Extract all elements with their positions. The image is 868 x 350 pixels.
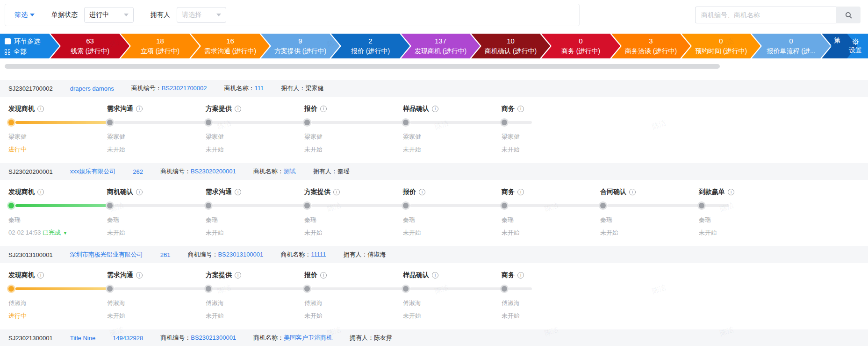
info-icon[interactable]: i: [728, 189, 734, 195]
info-icon[interactable]: i: [37, 189, 44, 195]
info-icon[interactable]: i: [517, 106, 524, 112]
code-label: 商机编号：: [160, 334, 191, 341]
name-link[interactable]: 11111: [311, 251, 326, 258]
chevron-down-icon[interactable]: ▼: [63, 231, 67, 236]
info-icon[interactable]: i: [432, 272, 438, 279]
info-icon[interactable]: i: [37, 106, 44, 112]
stage-progress-track: [304, 285, 403, 293]
info-icon[interactable]: i: [320, 106, 327, 112]
stage-title-text: 商务: [502, 188, 515, 196]
info-icon[interactable]: i: [235, 106, 241, 112]
code-field: 商机编号：BS23021700002: [131, 84, 207, 93]
stage-column: 商务i秦瑶未开始: [502, 188, 600, 246]
stage-title: 报价i: [304, 105, 403, 113]
stage-status: 进行中: [8, 145, 107, 154]
stage-title-text: 商机确认: [107, 188, 133, 196]
owner-label: 拥有人：: [281, 85, 305, 92]
funnel-stage-label: 商机确认 (进行中): [471, 46, 550, 56]
grid-icon: [5, 49, 10, 55]
stage-progress-dot: [403, 120, 409, 125]
owner-field: 拥有人：梁家健: [281, 84, 323, 93]
name-link[interactable]: 美国客户卫浴商机: [284, 334, 332, 341]
funnel-stage-count: 137: [401, 36, 480, 46]
company-link[interactable]: drapers damons: [70, 85, 114, 92]
row-id: SJ23013100001: [8, 251, 53, 258]
funnel-stage-count: 3: [611, 36, 690, 46]
multiselect-checkbox[interactable]: [5, 38, 11, 44]
stage-title: 方案提供i: [304, 188, 403, 196]
info-icon[interactable]: i: [333, 189, 340, 195]
search-button[interactable]: [836, 7, 861, 23]
code-link[interactable]: BS23020200001: [191, 168, 236, 175]
funnel-settings-button[interactable]: 设置: [843, 34, 868, 58]
funnel-stage-5[interactable]: 2报价 (进行中): [331, 34, 410, 58]
funnel-stage-3[interactable]: 16需求沟通 (进行中): [191, 34, 270, 58]
stage-progress-line: [410, 204, 502, 207]
code-link[interactable]: BS23021300001: [191, 334, 236, 341]
owner-label: 拥有人：: [344, 251, 368, 258]
funnel-stage-count: 10: [471, 36, 550, 46]
stage-column: 发现商机i傅淑海进行中: [8, 271, 107, 329]
info-icon[interactable]: i: [235, 189, 241, 195]
stage-progress-dot: [304, 120, 310, 125]
filter-toggle[interactable]: 筛选: [14, 11, 35, 19]
owner-label: 拥有人: [151, 11, 170, 19]
info-icon[interactable]: i: [136, 189, 143, 195]
info-icon[interactable]: i: [629, 189, 636, 195]
funnel-stage-2[interactable]: 18立项 (进行中): [121, 34, 200, 58]
name-link[interactable]: 111: [255, 85, 264, 92]
stage-status: 未开始: [502, 229, 600, 237]
code-link[interactable]: BS23013100001: [218, 251, 263, 258]
stage-owner: 秦瑶: [502, 216, 600, 224]
stage-progress-track: [403, 285, 502, 293]
funnel-stage-label: 商务 (进行中): [541, 46, 620, 56]
stage-owner: 傅淑海: [107, 299, 206, 307]
stage-status: 未开始: [403, 145, 502, 154]
info-icon[interactable]: i: [37, 272, 44, 279]
company-number-link[interactable]: 261: [160, 251, 171, 258]
stage-progress-track: [107, 201, 206, 210]
opportunity-header: SJ23021700002drapers damons商机编号：BS230217…: [0, 80, 868, 97]
stage-title-text: 到款赢单: [699, 188, 725, 196]
info-icon[interactable]: i: [517, 189, 524, 195]
stage-title-text: 发现商机: [8, 105, 35, 113]
funnel-stage-7[interactable]: 10商机确认 (进行中): [471, 34, 550, 58]
funnel-multiselect-block[interactable]: 环节多选 全部: [0, 34, 59, 58]
funnel-stage-8[interactable]: 0商务 (进行中): [541, 34, 620, 58]
info-icon[interactable]: i: [320, 272, 327, 279]
info-icon[interactable]: i: [517, 272, 524, 279]
stage-title: 报价i: [403, 188, 502, 196]
horizontal-scrollbar[interactable]: [5, 64, 720, 69]
name-link[interactable]: 测试: [284, 168, 296, 175]
stage-status-text: 未开始: [600, 229, 618, 236]
info-icon[interactable]: i: [136, 106, 143, 112]
stage-column: 方案提供i梁家健未开始: [206, 105, 304, 163]
stage-column: 报价i梁家健未开始: [304, 105, 403, 163]
company-link[interactable]: 深圳市南极光铝业有限公司: [70, 250, 143, 259]
funnel-stage-label: 报价单流程 (进...: [752, 46, 831, 56]
search-icon: [845, 11, 853, 19]
code-link[interactable]: BS23021700002: [162, 85, 207, 92]
doc-status-select[interactable]: 进行中: [84, 7, 134, 23]
info-icon[interactable]: i: [136, 272, 143, 279]
company-number-link[interactable]: 149432928: [113, 335, 143, 342]
company-link[interactable]: Title Nine: [70, 335, 95, 342]
funnel-stage-9[interactable]: 3商务洽谈 (进行中): [611, 34, 690, 58]
funnel-stage-1[interactable]: 63线索 (进行中): [50, 34, 129, 58]
stage-grid: 发现商机i梁家健进行中需求沟通i梁家健未开始方案提供i梁家健未开始报价i梁家健未…: [0, 97, 868, 163]
stage-progress-dot: [8, 203, 14, 208]
stage-column: 需求沟通i秦瑶未开始: [206, 188, 304, 246]
stage-column: 样品确认i傅淑海未开始: [403, 271, 502, 329]
opportunity-row: SJ23021700002drapers damons商机编号：BS230217…: [0, 80, 868, 163]
owner-select[interactable]: 请选择: [177, 7, 226, 23]
search-input[interactable]: [695, 7, 836, 23]
company-link[interactable]: xxx娱乐有限公司: [70, 167, 116, 176]
funnel-stage-4[interactable]: 9方案提供 (进行中): [261, 34, 340, 58]
company-number-link[interactable]: 262: [133, 168, 143, 175]
info-icon[interactable]: i: [432, 106, 438, 112]
funnel-stage-6[interactable]: 137发现商机 (进行中): [401, 34, 480, 58]
funnel-stage-10[interactable]: 0预约时间 (进行中): [681, 34, 760, 58]
funnel-stage-11[interactable]: 0报价单流程 (进...: [752, 34, 831, 58]
info-icon[interactable]: i: [419, 189, 425, 195]
info-icon[interactable]: i: [235, 272, 241, 279]
